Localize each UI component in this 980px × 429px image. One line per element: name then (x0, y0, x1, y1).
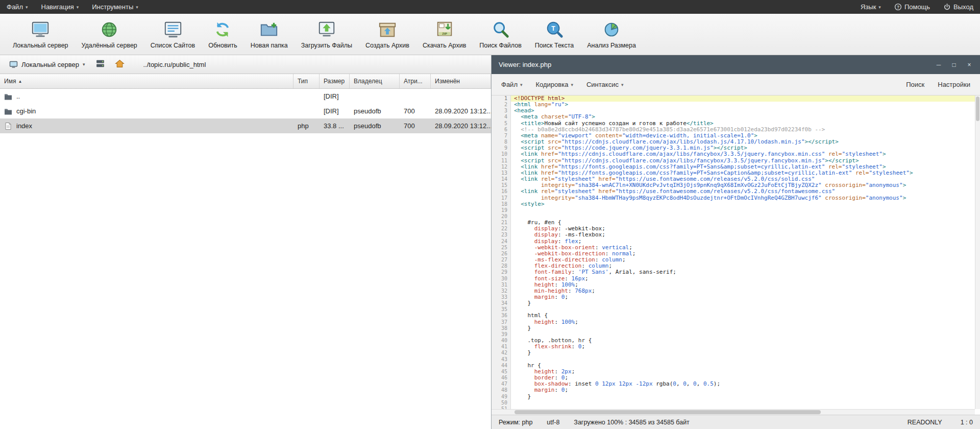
language-menu[interactable]: Язык▾ (854, 0, 888, 14)
download-archive-icon: ZIP (435, 20, 454, 39)
line-number: 25 (492, 245, 511, 251)
code-line: 50 (492, 400, 975, 406)
viewer-search-menu[interactable]: Поиск (899, 81, 931, 88)
file-owner-cell: pseudofb (350, 122, 400, 130)
line-number: 50 (492, 400, 511, 406)
vertical-scrollbar-thumb[interactable] (976, 97, 979, 121)
file-menu[interactable]: Файл▾ (0, 0, 35, 14)
create-archive-button[interactable]: Создать Архив (359, 17, 416, 52)
download-archive-button[interactable]: ZIPСкачать Архив (416, 17, 473, 52)
line-number: 23 (492, 232, 511, 238)
chevron-down-icon: ▾ (26, 4, 28, 10)
line-number: 32 (492, 288, 511, 294)
server-selector-dropdown[interactable]: Локальный сервер ▾ (5, 59, 89, 70)
line-number: 38 (492, 325, 511, 331)
table-row[interactable]: cgi-bin[DIR]pseudofb70028.09.2020 13:12.… (0, 104, 491, 118)
navigation-menu[interactable]: Навигация▾ (35, 0, 86, 14)
code-line: 18 <style> (492, 201, 975, 207)
file-name: .. (16, 92, 20, 100)
code-line-content: margin: 0; (511, 387, 975, 393)
code-line-content (511, 213, 975, 220)
file-name: cgi-bin (16, 107, 36, 115)
line-number: 16 (492, 188, 511, 195)
column-header-label: Имя (4, 78, 16, 85)
toolbar: Локальный серверУдалённый серверСписок С… (0, 14, 980, 55)
refresh-button[interactable]: Обновить (202, 17, 244, 52)
vertical-scrollbar[interactable] (975, 96, 980, 409)
toolbar-button-label: Скачать Архив (423, 42, 466, 49)
column-header-1[interactable]: Имя▲ (0, 74, 293, 88)
home-icon (115, 59, 125, 69)
table-row[interactable]: ..[DIR] (0, 89, 491, 104)
code-editor[interactable]: 1<!DOCTYPE html>2<html lang="ru">3<head>… (492, 96, 980, 415)
search-text-button[interactable]: TПоиск Текста (528, 17, 580, 52)
code-line: 19 (492, 207, 975, 213)
new-folder-button[interactable]: Новая папка (244, 17, 295, 52)
create-archive-icon (378, 20, 397, 39)
search-files-button[interactable]: Поиск Файлов (473, 17, 528, 52)
exit-menu-label: Выход (953, 3, 973, 11)
horizontal-scrollbar-thumb[interactable] (514, 410, 821, 414)
line-number: 41 (492, 344, 511, 350)
line-number: 18 (492, 201, 511, 207)
local-server-button[interactable]: Локальный сервер (6, 17, 75, 52)
upload-files-icon (317, 20, 336, 39)
viewer-settings-menu[interactable]: Настройки (931, 81, 977, 88)
viewer-syntax-menu[interactable]: Синтаксис▾ (580, 81, 630, 88)
menubar-left: Файл▾Навигация▾Инструменты▾ (0, 0, 145, 14)
viewer-file-menu[interactable]: Файл▾ (495, 81, 529, 88)
horizontal-scrollbar[interactable] (492, 409, 975, 415)
site-list-button[interactable]: Список Сайтов (144, 17, 202, 52)
encoding-label: utf-8 (547, 419, 559, 426)
file-modified-cell: 28.09.2020 13:12... (431, 122, 491, 130)
help-menu[interactable]: ?Помощь (888, 0, 937, 14)
close-button[interactable]: × (966, 61, 973, 68)
code-line-content: min-height: 768px; (511, 288, 975, 294)
column-header-2[interactable]: Тип (293, 74, 320, 88)
line-number: 8 (492, 139, 511, 145)
code-line-content: height: 2px; (511, 369, 975, 375)
toolbar-button-label: Обновить (208, 42, 237, 49)
column-header-5[interactable]: Атри... (400, 74, 431, 88)
column-header-6[interactable]: Изменён (431, 74, 491, 88)
menubar: Файл▾Навигация▾Инструменты▾ Язык▾?Помощь… (0, 0, 980, 14)
toolbar-button-label: Поиск Файлов (479, 42, 522, 49)
line-number: 19 (492, 207, 511, 213)
file-size-cell: [DIR] (320, 107, 350, 115)
code-line-content: flex-shrink: 0; (511, 344, 975, 350)
column-header-label: Тип (298, 78, 308, 85)
line-number: 35 (492, 306, 511, 313)
line-number: 13 (492, 170, 511, 176)
local-server-icon (31, 20, 50, 39)
upload-files-button[interactable]: Загрузить Файлы (295, 17, 359, 52)
table-row[interactable]: indexphp33.8 ...pseudofb70028.09.2020 13… (0, 118, 491, 133)
tools-menu-label: Инструменты (92, 3, 133, 11)
line-number: 17 (492, 195, 511, 201)
home-button[interactable] (111, 57, 128, 72)
code-line: 49 } (492, 394, 975, 400)
size-analysis-button[interactable]: Анализ Размера (580, 17, 643, 52)
toolbar-button-label: Поиск Текста (535, 42, 574, 49)
code-line: 38 } (492, 325, 975, 331)
refresh-icon (213, 20, 232, 39)
exit-menu[interactable]: Выход (937, 0, 980, 14)
storage-button[interactable] (92, 57, 108, 72)
file-attrs-cell: 700 (400, 107, 431, 115)
chevron-down-icon: ▾ (136, 4, 138, 10)
file-size-cell: 33.8 ... (320, 122, 350, 130)
code-line-content (511, 400, 975, 406)
tools-menu[interactable]: Инструменты▾ (85, 0, 145, 14)
viewer-encoding-menu[interactable]: Кодировка▾ (529, 81, 580, 88)
column-header-4[interactable]: Владелец (350, 74, 400, 88)
remote-server-button[interactable]: Удалённый сервер (75, 17, 144, 52)
column-header-label: Размер (324, 78, 345, 85)
minimize-button[interactable]: ─ (935, 61, 942, 68)
chevron-down-icon: ▾ (571, 82, 573, 87)
maximize-button[interactable]: □ (950, 61, 958, 68)
line-number: 29 (492, 269, 511, 275)
help-menu-label: Помощь (904, 3, 930, 11)
line-number: 30 (492, 276, 511, 282)
file-size-cell: [DIR] (320, 92, 350, 100)
viewer-titlebar[interactable]: Viewer: index.php ─□× (492, 55, 980, 74)
column-header-3[interactable]: Размер (320, 74, 350, 88)
